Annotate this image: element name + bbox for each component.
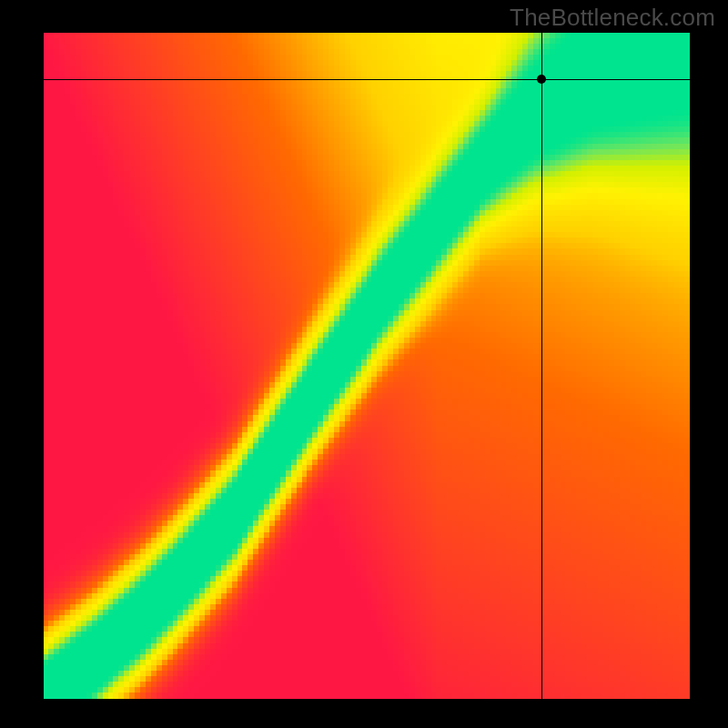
chart-frame: TheBottleneck.com <box>0 0 728 728</box>
crosshair-vertical <box>541 33 542 699</box>
watermark-text: TheBottleneck.com <box>510 4 715 32</box>
heatmap-plot <box>44 33 690 699</box>
heatmap-canvas <box>44 33 690 699</box>
crosshair-horizontal <box>44 79 690 80</box>
crosshair-point <box>537 75 546 84</box>
